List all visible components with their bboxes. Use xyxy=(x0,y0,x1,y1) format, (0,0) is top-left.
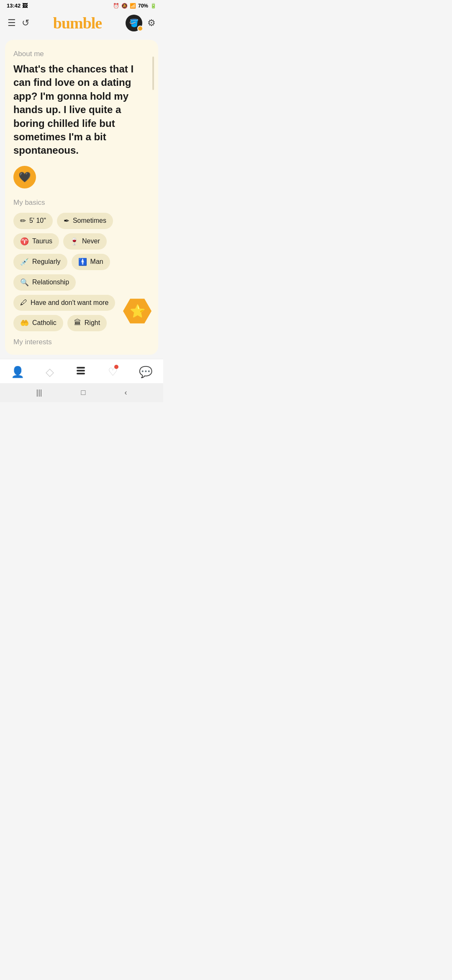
svg-rect-0 xyxy=(77,367,85,369)
drinking-icon: 🍷 xyxy=(70,237,79,246)
profile-avatar[interactable]: 🪣 xyxy=(126,15,142,31)
badge-drinking: 🍷 Never xyxy=(63,233,107,250)
badge-religion: 🤲 Catholic xyxy=(13,315,63,331)
about-text: What's the chances that I can find love … xyxy=(13,62,150,157)
likes-badge xyxy=(114,365,118,369)
interests-label: My interests xyxy=(13,338,150,346)
android-recents[interactable]: ||| xyxy=(36,388,42,397)
lookingfor-label: Relationship xyxy=(32,279,69,286)
basics-label: My basics xyxy=(13,199,150,207)
badge-height: ✏ 5' 10" xyxy=(13,213,53,229)
discover-nav-icon: ◇ xyxy=(46,366,54,379)
battery: 70% xyxy=(138,3,148,9)
status-bar: 13:42 🖼 ⏰ 🔕 📶 70% 🔋 xyxy=(0,0,163,10)
battery-icon: 🔋 xyxy=(150,3,157,9)
religion-icon: 🤲 xyxy=(20,319,29,328)
about-label: About me xyxy=(13,50,150,58)
starsign-icon: ♈ xyxy=(20,237,29,246)
svg-rect-1 xyxy=(77,370,85,371)
height-icon: ✏ xyxy=(20,217,26,225)
lookingfor-icon: 🔍 xyxy=(20,278,29,287)
smoking-label: Sometimes xyxy=(73,217,106,224)
matches-nav-icon xyxy=(75,365,86,379)
nav-matches[interactable] xyxy=(75,365,86,379)
heart-icon: 🖤 xyxy=(18,171,31,183)
exercise-label: Regularly xyxy=(32,258,61,266)
kids-label: Have and don't want more xyxy=(31,299,108,307)
badge-lookingfor: 🔍 Relationship xyxy=(13,274,76,291)
badge-smoking: ✒ Sometimes xyxy=(57,213,113,229)
nav-discover[interactable]: ◇ xyxy=(46,366,54,379)
exercise-icon: 💉 xyxy=(20,258,29,266)
starsign-label: Taurus xyxy=(32,237,52,245)
nav-profile[interactable]: 👤 xyxy=(11,366,24,379)
gender-icon: 🚹 xyxy=(78,258,87,266)
alarm-icon: ⏰ xyxy=(113,3,119,9)
android-back[interactable]: ‹ xyxy=(124,388,127,397)
kids-icon: 🖊 xyxy=(20,299,27,307)
badge-starsign: ♈ Taurus xyxy=(13,233,59,250)
badge-gender: 🚹 Man xyxy=(72,254,110,270)
height-label: 5' 10" xyxy=(29,217,46,224)
menu-icon[interactable]: ☰ xyxy=(8,18,16,28)
nav-messages[interactable]: 💬 xyxy=(139,366,152,379)
filter-icon[interactable]: ⚙ xyxy=(147,18,156,28)
politics-icon: 🏛 xyxy=(74,319,81,327)
app-title: bumble xyxy=(53,14,102,32)
avatar-icon: 🪣 xyxy=(129,18,139,28)
religion-label: Catholic xyxy=(32,319,56,327)
status-left: 13:42 🖼 xyxy=(7,3,28,9)
heart-bubble-icon[interactable]: 🖤 xyxy=(13,166,36,188)
smoking-icon: ✒ xyxy=(64,217,69,225)
back-icon[interactable]: ↺ xyxy=(22,18,29,28)
badge-exercise: 💉 Regularly xyxy=(13,254,67,270)
top-nav: ☰ ↺ bumble 🪣 ⚙ xyxy=(0,10,163,36)
notification-badge xyxy=(137,26,143,31)
politics-label: Right xyxy=(85,319,100,327)
android-nav: ||| □ ‹ xyxy=(0,383,163,402)
main-content: About me What's the chances that I can f… xyxy=(0,36,163,355)
profile-nav-icon: 👤 xyxy=(11,366,24,379)
svg-rect-2 xyxy=(77,373,85,374)
nav-right: 🪣 ⚙ xyxy=(126,15,156,31)
profile-card: About me What's the chances that I can f… xyxy=(5,40,158,355)
status-right: ⏰ 🔕 📶 70% 🔋 xyxy=(113,3,157,9)
nav-left: ☰ ↺ xyxy=(8,18,29,28)
gender-label: Man xyxy=(90,258,103,266)
nav-likes[interactable]: ♡ xyxy=(108,366,118,379)
time: 13:42 xyxy=(7,3,21,9)
badge-kids: 🖊 Have and don't want more xyxy=(13,295,115,311)
messages-nav-icon: 💬 xyxy=(139,366,152,379)
mute-icon: 🔕 xyxy=(121,3,128,9)
android-home[interactable]: □ xyxy=(81,388,86,397)
photo-icon: 🖼 xyxy=(22,3,28,9)
signal-icon: 📶 xyxy=(130,3,136,9)
drinking-label: Never xyxy=(82,237,100,245)
badge-politics: 🏛 Right xyxy=(67,315,107,331)
bottom-nav: 👤 ◇ ♡ 💬 xyxy=(0,359,163,383)
